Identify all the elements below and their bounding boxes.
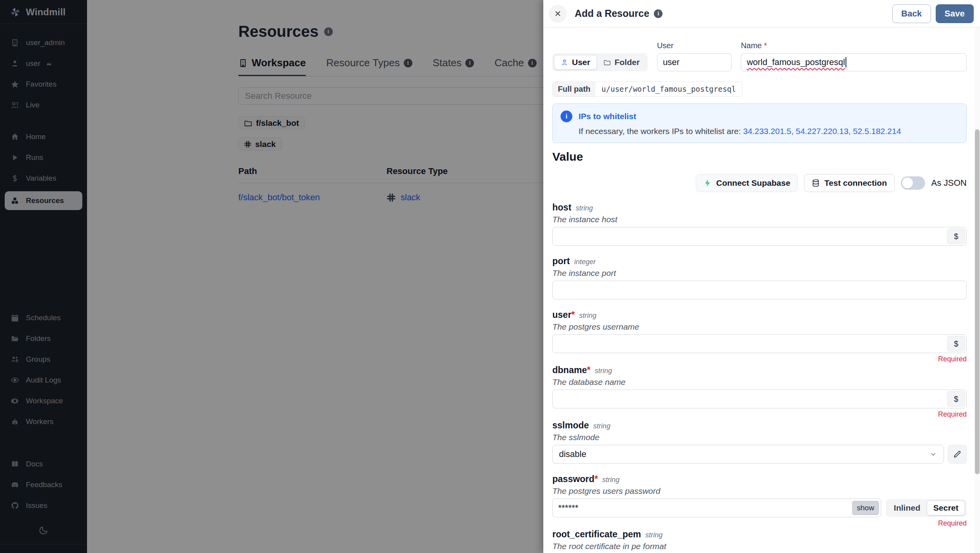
field-description: The instance host [552,215,967,224]
folder-icon [603,58,611,66]
lightning-icon [703,179,712,187]
back-button[interactable]: Back [892,4,931,23]
drawer-scrollbar[interactable] [975,27,980,553]
port-input[interactable] [552,281,967,299]
show-password-button[interactable]: show [852,501,879,515]
field-name: host [552,202,572,213]
test-connection-button[interactable]: Test connection [804,174,894,192]
field-port: port integer The instance port [552,256,967,299]
field-sslmode: sslmode string The sslmode disable [552,420,967,464]
connect-supabase-button[interactable]: Connect Supabase [696,174,798,192]
required-hint: Required [552,410,967,419]
field-name: port [552,256,570,267]
field-description: The instance port [552,268,967,278]
field-type: string [645,531,662,539]
app-root: Windmill user_admin user Favorites Live [0,0,980,553]
as-json-label: As JSON [931,178,967,188]
field-description: The postgres users password [552,486,967,496]
variable-picker-button[interactable]: $ [947,391,965,407]
user-field-label: User [657,41,731,50]
user-field-input[interactable] [657,53,731,71]
chevron-down-icon [929,450,937,458]
field-name: sslmode [552,420,589,431]
dbname-input[interactable] [552,390,967,408]
drawer-body: User Folder User Name * [543,27,980,553]
database-icon [811,179,820,187]
infobox-text: If necessary, the workers IPs to whiteli… [579,127,901,136]
field-type: string [593,422,610,430]
password-mode-secret[interactable]: Secret [927,500,965,515]
required-hint: Required [552,519,967,528]
owner-kind-folder[interactable]: Folder [597,55,646,70]
value-section-title: Value [552,150,967,163]
owner-folder-label: Folder [615,58,640,67]
field-description: The sslmode [552,433,967,442]
full-path-value: u/user/world_famous_postgresql [595,82,742,96]
field-user: user* string The postgres username $ Req… [552,310,967,363]
ips-whitelist-infobox: i IPs to whitelist If necessary, the wor… [552,103,967,143]
field-name: password* [552,474,598,484]
password-mode-inlined[interactable]: Inlined [887,500,927,515]
field-description: The postgres username [552,322,967,332]
owner-kind-user[interactable]: User [554,55,597,70]
full-path-label: Full path [553,82,595,96]
modal-backdrop[interactable] [0,0,543,553]
field-name: dbname* [552,365,590,375]
field-type: string [579,312,597,320]
variable-picker-button[interactable]: $ [947,228,965,244]
as-json-toggle[interactable] [901,176,925,190]
infobox-title: IPs to whitelist [579,112,901,121]
field-name: root_certificate_pem [552,529,641,540]
scrollbar-thumb[interactable] [975,129,980,474]
owner-kind-toggle: User Folder [552,53,648,71]
required-hint: Required [552,355,967,363]
field-root-certificate-pem: root_certificate_pem string The root cer… [552,529,967,553]
variable-picker-button[interactable]: $ [947,336,965,352]
pencil-icon [953,450,962,459]
drawer-title: Add a Resource [575,8,649,19]
info-icon: i [654,9,662,18]
field-password: password* string The postgres users pass… [552,474,967,528]
add-resource-drawer: × Add a Resource i Back Save User Folder [543,0,980,553]
info-icon: i [561,111,572,122]
field-type: integer [574,258,596,266]
field-description: The database name [552,377,967,387]
field-type: string [602,476,619,484]
save-button[interactable]: Save [936,4,974,23]
edit-raw-button[interactable] [948,445,967,464]
field-host: host string The instance host $ [552,202,967,246]
person-icon [561,58,568,66]
close-icon[interactable]: × [549,5,567,23]
host-input[interactable] [552,227,967,246]
password-input[interactable] [552,499,881,517]
field-type: string [576,204,593,212]
field-dbname: dbname* string The database name $ Requi… [552,365,967,419]
name-field-label: Name * [741,41,967,50]
password-mode-toggle: Inlined Secret [886,499,967,517]
text-caret [846,57,846,67]
drawer-header: × Add a Resource i Back Save [543,0,980,27]
owner-user-label: User [572,58,590,67]
full-path-badge: Full path u/user/world_famous_postgresql [552,82,742,97]
field-description: The root certificate in pe format [552,542,967,551]
sslmode-selected-value: disable [559,449,586,459]
field-name: user* [552,310,575,320]
field-type: string [595,367,612,375]
whitelist-ips: 34.233.201.5, 54.227.220.13, 52.5.182.21… [743,127,901,136]
user-input[interactable] [552,334,967,353]
sslmode-select[interactable]: disable [552,445,944,464]
name-field-input[interactable]: world_famous_postgresql [741,53,967,71]
